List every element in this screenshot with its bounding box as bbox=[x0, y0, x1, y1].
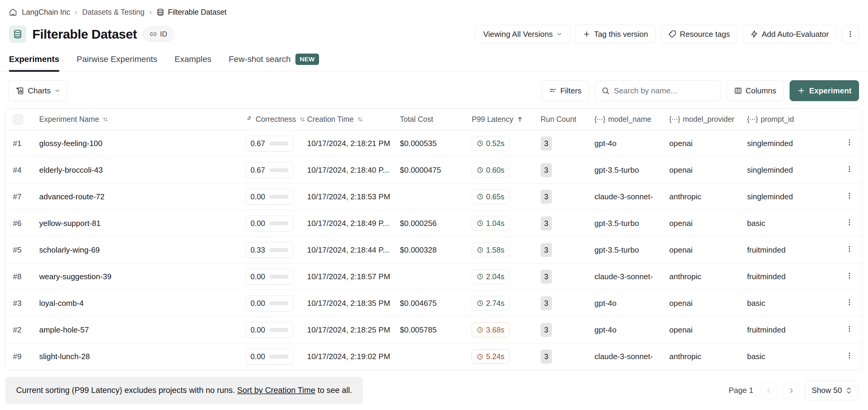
sort-icon[interactable] bbox=[102, 116, 108, 123]
col-creation-time[interactable]: Creation Time bbox=[307, 115, 400, 124]
model-provider-value: openai bbox=[669, 245, 747, 255]
experiment-name[interactable]: advanced-route-72 bbox=[39, 192, 246, 201]
columns-button[interactable]: Columns bbox=[727, 80, 784, 101]
table-row[interactable]: #9 slight-lunch-28 0.00 10/17/2024, 2:19… bbox=[6, 343, 862, 370]
col-correctness[interactable]: Correctness bbox=[246, 115, 307, 124]
row-menu-button[interactable] bbox=[844, 243, 855, 257]
tab-few-shot-search[interactable]: Few-shot search NEW bbox=[229, 54, 319, 71]
chevron-left-icon bbox=[765, 387, 773, 395]
col-experiment-name[interactable]: Experiment Name bbox=[39, 115, 246, 124]
table-row[interactable]: #6 yellow-support-81 0.00 10/17/2024, 2:… bbox=[6, 210, 862, 237]
breadcrumb-section[interactable]: Datasets & Testing bbox=[82, 8, 145, 17]
experiment-name[interactable]: scholarly-wing-69 bbox=[39, 245, 246, 255]
correctness-chip[interactable]: 0.67 bbox=[246, 135, 293, 151]
sort-ascending-icon[interactable] bbox=[516, 116, 524, 123]
page-size-select[interactable]: Show 50 bbox=[805, 381, 859, 401]
clock-icon bbox=[477, 167, 484, 173]
sort-by-creation-time-link[interactable]: Sort by Creation Time bbox=[237, 386, 315, 395]
experiment-name[interactable]: yellow-support-81 bbox=[39, 219, 246, 228]
experiment-name[interactable]: slight-lunch-28 bbox=[39, 352, 246, 361]
col-p99-latency[interactable]: P99 Latency bbox=[472, 115, 540, 124]
correctness-chip[interactable]: 0.00 bbox=[246, 295, 293, 311]
row-menu-button[interactable] bbox=[844, 296, 855, 310]
clock-icon bbox=[477, 140, 484, 147]
model-name-value: claude-3-sonnet- bbox=[594, 192, 669, 201]
correctness-chip[interactable]: 0.33 bbox=[246, 242, 293, 258]
correctness-value: 0.00 bbox=[250, 219, 265, 228]
search-input[interactable] bbox=[614, 86, 714, 95]
sort-icon[interactable] bbox=[299, 116, 306, 123]
experiment-name[interactable]: elderly-broccoli-43 bbox=[39, 165, 246, 175]
header-more-button[interactable] bbox=[842, 25, 859, 43]
breadcrumb: LangChain Inc › Datasets & Testing › Fil… bbox=[0, 0, 868, 17]
charts-button[interactable]: Charts bbox=[8, 80, 68, 101]
table-row[interactable]: #7 advanced-route-72 0.00 10/17/2024, 2:… bbox=[6, 184, 862, 210]
experiment-name[interactable]: loyal-comb-4 bbox=[39, 299, 246, 308]
breadcrumb-current[interactable]: Filterable Dataset bbox=[157, 8, 226, 17]
table-row[interactable]: #8 weary-suggestion-39 0.00 10/17/2024, … bbox=[6, 263, 862, 290]
tab-experiments[interactable]: Experiments bbox=[9, 54, 59, 71]
creation-time: 10/17/2024, 2:18:57 PM bbox=[307, 272, 400, 281]
row-menu-button[interactable] bbox=[844, 190, 855, 203]
breadcrumb-org[interactable]: LangChain Inc bbox=[22, 8, 70, 17]
home-icon[interactable] bbox=[9, 8, 17, 16]
creation-time: 10/17/2024, 2:18:44 P... bbox=[307, 245, 400, 255]
table-row[interactable]: #5 scholarly-wing-69 0.33 10/17/2024, 2:… bbox=[6, 237, 862, 263]
row-menu-button[interactable] bbox=[844, 350, 855, 363]
creation-time: 10/17/2024, 2:19:02 PM bbox=[307, 352, 400, 361]
add-auto-evaluator-button[interactable]: Add Auto-Evaluator bbox=[743, 25, 836, 43]
select-all-checkbox[interactable] bbox=[13, 114, 23, 125]
model-name-value: gpt-3.5-turbo bbox=[594, 245, 669, 255]
col-prompt-id[interactable]: {⋯}prompt_id bbox=[747, 115, 816, 124]
total-cost: $0.004675 bbox=[400, 299, 472, 308]
row-menu-button[interactable] bbox=[844, 217, 855, 230]
new-experiment-button[interactable]: Experiment bbox=[789, 80, 859, 101]
search-box bbox=[595, 80, 721, 101]
kebab-icon bbox=[845, 298, 853, 306]
col-run-count[interactable]: Run Count bbox=[540, 115, 594, 124]
tab-pairwise-experiments[interactable]: Pairwise Experiments bbox=[76, 54, 157, 71]
tag-version-button[interactable]: Tag this version bbox=[575, 25, 656, 43]
model-name-value: claude-3-sonnet- bbox=[594, 272, 669, 281]
model-name-value: claude-3-sonnet- bbox=[594, 352, 669, 361]
correctness-chip[interactable]: 0.00 bbox=[246, 269, 293, 285]
col-model-name[interactable]: {⋯}model_name bbox=[594, 115, 669, 124]
resource-tags-button[interactable]: Resource tags bbox=[661, 25, 738, 43]
row-menu-button[interactable] bbox=[844, 270, 855, 283]
col-model-provider[interactable]: {⋯}model_provider bbox=[669, 115, 747, 124]
table-row[interactable]: #2 ample-hole-57 0.00 10/17/2024, 2:18:2… bbox=[6, 317, 862, 343]
col-total-cost[interactable]: Total Cost bbox=[400, 115, 472, 124]
sort-icon[interactable] bbox=[357, 116, 363, 123]
model-provider-value: anthropic bbox=[669, 192, 747, 201]
row-menu-button[interactable] bbox=[844, 137, 855, 150]
row-menu-button[interactable] bbox=[844, 163, 855, 177]
latency-value: 5.24s bbox=[486, 352, 504, 361]
dataset-id-pill[interactable]: ID bbox=[143, 27, 174, 41]
experiment-name[interactable]: glossy-feeling-100 bbox=[39, 139, 246, 148]
correctness-chip[interactable]: 0.67 bbox=[246, 162, 293, 178]
correctness-chip[interactable]: 0.00 bbox=[246, 349, 293, 365]
chevron-down-icon bbox=[55, 88, 60, 94]
kebab-icon bbox=[845, 138, 853, 146]
table-row[interactable]: #3 loyal-comb-4 0.00 10/17/2024, 2:18:35… bbox=[6, 290, 862, 317]
model-name-value: gpt-4o bbox=[594, 139, 669, 148]
correctness-chip[interactable]: 0.00 bbox=[246, 216, 293, 231]
model-provider-value: openai bbox=[669, 219, 747, 228]
correctness-chip[interactable]: 0.00 bbox=[246, 189, 293, 205]
clock-icon bbox=[477, 193, 484, 200]
experiment-name[interactable]: weary-suggestion-39 bbox=[39, 272, 246, 281]
prev-page-button[interactable] bbox=[761, 382, 777, 399]
correctness-bar bbox=[269, 141, 288, 146]
viewing-versions-dropdown[interactable]: Viewing All Versions bbox=[475, 25, 569, 43]
table-row[interactable]: #4 elderly-broccoli-43 0.67 10/17/2024, … bbox=[6, 157, 862, 184]
correctness-chip[interactable]: 0.00 bbox=[246, 322, 293, 338]
filters-button[interactable]: Filters bbox=[541, 80, 589, 101]
next-page-button[interactable] bbox=[783, 382, 800, 399]
experiment-name[interactable]: ample-hole-57 bbox=[39, 325, 246, 335]
tab-bar: Experiments Pairwise Experiments Example… bbox=[0, 54, 868, 72]
row-number: #7 bbox=[13, 192, 39, 201]
tab-examples[interactable]: Examples bbox=[175, 54, 211, 71]
table-row[interactable]: #1 glossy-feeling-100 0.67 10/17/2024, 2… bbox=[6, 130, 862, 157]
row-menu-button[interactable] bbox=[844, 323, 855, 337]
correctness-value: 0.00 bbox=[250, 192, 265, 201]
